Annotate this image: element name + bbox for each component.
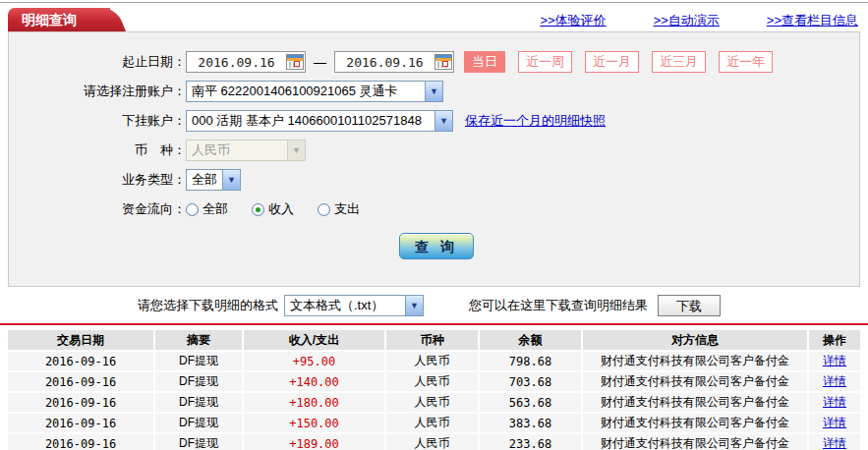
download-format-label: 请您选择下载明细的格式: [138, 297, 278, 314]
download-format-value: 文本格式（.txt）: [285, 297, 405, 314]
sub-account-label: 下挂账户：: [9, 112, 186, 130]
quick-range-button[interactable]: 近一周: [518, 51, 572, 73]
radio-label: 全部: [203, 200, 228, 218]
summary-cell: DF提现: [155, 414, 244, 432]
detail-link[interactable]: 详情: [823, 374, 846, 388]
detail-link[interactable]: 详情: [823, 354, 846, 367]
quick-range-button[interactable]: 当日: [464, 51, 505, 73]
sub-account-select[interactable]: 000 活期 基本户 1406600101102571848 ▼: [186, 110, 453, 132]
amount-cell: +95.00: [244, 352, 386, 370]
column-header: 摘要: [155, 330, 244, 350]
date-cell: 2016-09-16: [8, 434, 155, 450]
download-hint: 您可以在这里下载查询明细结果: [469, 297, 648, 314]
quick-range-button[interactable]: 近一月: [585, 51, 639, 73]
date-range-label: 起止日期：: [9, 53, 186, 71]
summary-cell: DF提现: [155, 434, 244, 450]
start-date-value: 2016.09.16: [187, 55, 286, 70]
business-type-row: 业务类型： 全部 ▼: [9, 168, 859, 192]
register-account-select[interactable]: 南平 6222001406100921065 灵通卡 ▼: [186, 81, 443, 102]
end-date-input[interactable]: 2016.09.16: [334, 51, 454, 73]
column-header: 收入/支出: [244, 330, 386, 350]
register-account-row: 请选择注册账户： 南平 6222001406100921065 灵通卡 ▼: [9, 80, 859, 103]
action-cell: 详情: [809, 434, 860, 450]
counterparty-cell: 财付通支付科技有限公司客户备付金: [583, 434, 809, 450]
counterparty-cell: 财付通支付科技有限公司客户备付金: [583, 414, 809, 432]
chevron-down-icon: ▼: [425, 82, 442, 101]
counterparty-cell: 财付通支付科技有限公司客户备付金: [583, 393, 809, 412]
amount-cell: +180.00: [244, 393, 386, 412]
chevron-down-icon: ▼: [405, 296, 423, 315]
page-tab-detail-query: 明细查询: [8, 8, 110, 31]
column-header: 币种: [386, 330, 480, 350]
fund-flow-options: 全部收入支出: [186, 200, 360, 218]
currency-value: 人民币: [187, 141, 287, 159]
column-header: 对方信息: [583, 330, 809, 350]
quick-range-button[interactable]: 近三月: [652, 51, 706, 73]
summary-cell: DF提现: [155, 352, 244, 370]
fund-flow-radio[interactable]: 全部: [186, 200, 228, 218]
radio-icon[interactable]: [252, 203, 264, 216]
date-cell: 2016-09-16: [8, 393, 155, 412]
balance-cell: 233.68: [480, 434, 583, 450]
radio-icon[interactable]: [186, 203, 199, 216]
table-row: 2016-09-16DF提现+189.00人民币233.68财付通支付科技有限公…: [8, 434, 860, 450]
amount-cell: +189.00: [244, 434, 386, 450]
counterparty-cell: 财付通支付科技有限公司客户备付金: [583, 352, 809, 370]
detail-link[interactable]: 详情: [823, 436, 846, 450]
currency-cell: 人民币: [386, 352, 480, 370]
radio-icon[interactable]: [318, 203, 330, 216]
table-row: 2016-09-16DF提现+180.00人民币563.68财付通支付科技有限公…: [8, 393, 860, 412]
query-form-panel: 起止日期： 2016.09.16 — 2016.09.16 当日近一周近一月近三…: [8, 31, 860, 287]
download-button[interactable]: 下载: [658, 295, 721, 316]
column-header: 操作: [809, 330, 860, 350]
start-date-input[interactable]: 2016.09.16: [186, 51, 306, 73]
balance-cell: 563.68: [480, 393, 583, 412]
counterparty-cell: 财付通支付科技有限公司客户备付金: [583, 372, 809, 391]
save-snapshot-link[interactable]: 保存近一个月的明细快照: [465, 112, 606, 130]
quick-range-buttons: 当日近一周近一月近三月近一年: [464, 51, 773, 73]
radio-label: 收入: [268, 200, 294, 218]
quick-range-button[interactable]: 近一年: [719, 51, 773, 73]
table-divider: [0, 323, 868, 325]
currency-select: 人民币 ▼: [186, 140, 306, 161]
calendar-icon[interactable]: [434, 54, 452, 70]
sub-account-row: 下挂账户： 000 活期 基本户 1406600101102571848 ▼ 保…: [9, 109, 859, 133]
column-header: 交易日期: [8, 330, 155, 350]
fund-flow-radio[interactable]: 支出: [318, 200, 360, 218]
business-type-label: 业务类型：: [9, 171, 186, 189]
fund-flow-radio[interactable]: 收入: [252, 200, 294, 218]
table-row: 2016-09-16DF提现+140.00人民币703.68财付通支付科技有限公…: [8, 372, 860, 391]
transactions-table: 交易日期摘要收入/支出币种余额对方信息操作 2016-09-16DF提现+95.…: [8, 328, 860, 450]
download-format-select[interactable]: 文本格式（.txt） ▼: [284, 295, 424, 316]
page-title: 明细查询: [22, 12, 77, 28]
table-header-row: 交易日期摘要收入/支出币种余额对方信息操作: [8, 330, 860, 350]
amount-cell: +140.00: [244, 372, 386, 391]
top-link[interactable]: >>自动演示: [654, 12, 720, 29]
query-button[interactable]: 查 询: [399, 233, 474, 259]
balance-cell: 703.68: [480, 372, 583, 391]
summary-cell: DF提现: [155, 393, 244, 412]
fund-flow-label: 资金流向：: [9, 200, 186, 218]
radio-label: 支出: [334, 200, 360, 218]
column-header: 余额: [480, 330, 583, 350]
date-cell: 2016-09-16: [8, 352, 155, 370]
detail-link[interactable]: 详情: [823, 416, 846, 429]
top-divider: [0, 2, 868, 3]
chevron-down-icon: ▼: [222, 170, 240, 190]
table-row: 2016-09-16DF提现+150.00人民币383.68财付通支付科技有限公…: [8, 414, 860, 432]
currency-cell: 人民币: [386, 414, 480, 432]
action-cell: 详情: [809, 393, 860, 412]
date-range-row: 起止日期： 2016.09.16 — 2016.09.16 当日近一周近一月近三…: [9, 50, 859, 74]
detail-link[interactable]: 详情: [823, 395, 846, 409]
top-link[interactable]: >>查看栏目信息: [767, 12, 858, 29]
business-type-select[interactable]: 全部 ▼: [186, 169, 241, 191]
fund-flow-row: 资金流向： 全部收入支出: [9, 197, 859, 221]
top-link[interactable]: >>体验评价: [540, 12, 606, 29]
action-cell: 详情: [809, 414, 860, 432]
action-cell: 详情: [809, 372, 860, 391]
calendar-icon[interactable]: [286, 54, 304, 70]
currency-row: 币 种： 人民币 ▼: [9, 139, 859, 162]
summary-cell: DF提现: [155, 372, 244, 391]
date-cell: 2016-09-16: [8, 372, 155, 391]
balance-cell: 383.68: [480, 414, 583, 432]
